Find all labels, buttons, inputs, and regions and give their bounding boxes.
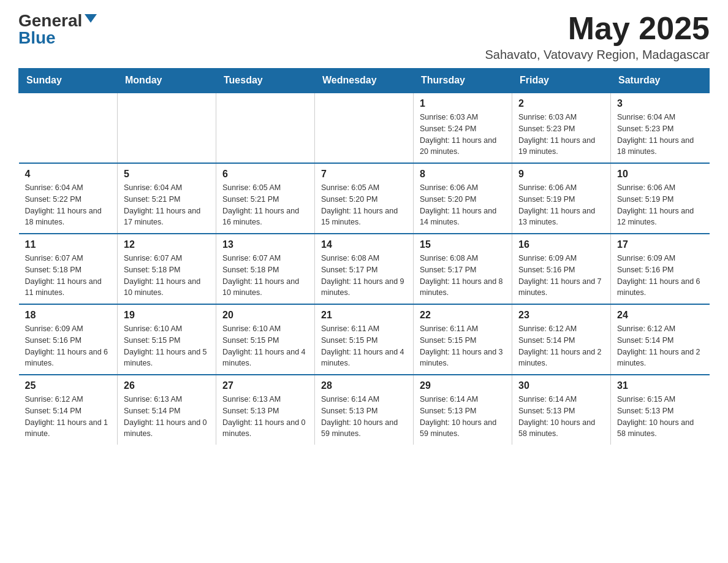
day-info: Sunrise: 6:13 AM Sunset: 5:14 PM Dayligh… bbox=[124, 394, 210, 440]
day-number: 24 bbox=[617, 310, 703, 321]
week-row-5: 25Sunrise: 6:12 AM Sunset: 5:14 PM Dayli… bbox=[19, 375, 710, 445]
calendar-cell: 26Sunrise: 6:13 AM Sunset: 5:14 PM Dayli… bbox=[118, 375, 216, 445]
day-number: 31 bbox=[617, 380, 703, 391]
calendar-cell bbox=[315, 93, 414, 163]
calendar-cell: 24Sunrise: 6:12 AM Sunset: 5:14 PM Dayli… bbox=[611, 304, 710, 375]
day-info: Sunrise: 6:09 AM Sunset: 5:16 PM Dayligh… bbox=[25, 323, 112, 369]
day-info: Sunrise: 6:12 AM Sunset: 5:14 PM Dayligh… bbox=[518, 323, 604, 369]
calendar-cell bbox=[19, 93, 118, 163]
calendar-cell: 2Sunrise: 6:03 AM Sunset: 5:23 PM Daylig… bbox=[512, 93, 611, 163]
calendar-cell: 15Sunrise: 6:08 AM Sunset: 5:17 PM Dayli… bbox=[414, 234, 512, 304]
calendar-cell: 6Sunrise: 6:05 AM Sunset: 5:21 PM Daylig… bbox=[216, 163, 315, 234]
day-number: 2 bbox=[518, 98, 604, 109]
logo-triangle-icon bbox=[85, 14, 97, 23]
calendar-cell: 3Sunrise: 6:04 AM Sunset: 5:23 PM Daylig… bbox=[611, 93, 710, 163]
calendar-cell bbox=[118, 93, 216, 163]
day-info: Sunrise: 6:04 AM Sunset: 5:22 PM Dayligh… bbox=[25, 182, 112, 228]
day-info: Sunrise: 6:06 AM Sunset: 5:19 PM Dayligh… bbox=[617, 182, 703, 228]
day-number: 27 bbox=[222, 380, 308, 391]
calendar-cell: 8Sunrise: 6:06 AM Sunset: 5:20 PM Daylig… bbox=[414, 163, 512, 234]
day-info: Sunrise: 6:03 AM Sunset: 5:23 PM Dayligh… bbox=[518, 112, 604, 158]
calendar-cell: 16Sunrise: 6:09 AM Sunset: 5:16 PM Dayli… bbox=[512, 234, 611, 304]
calendar-cell: 25Sunrise: 6:12 AM Sunset: 5:14 PM Dayli… bbox=[19, 375, 118, 445]
calendar-cell: 17Sunrise: 6:09 AM Sunset: 5:16 PM Dayli… bbox=[611, 234, 710, 304]
day-number: 21 bbox=[321, 310, 407, 321]
calendar-cell: 4Sunrise: 6:04 AM Sunset: 5:22 PM Daylig… bbox=[19, 163, 118, 234]
day-info: Sunrise: 6:14 AM Sunset: 5:13 PM Dayligh… bbox=[420, 394, 506, 440]
day-info: Sunrise: 6:09 AM Sunset: 5:16 PM Dayligh… bbox=[518, 253, 604, 299]
day-number: 20 bbox=[222, 310, 308, 321]
header-saturday: Saturday bbox=[611, 69, 710, 93]
day-info: Sunrise: 6:06 AM Sunset: 5:19 PM Dayligh… bbox=[518, 182, 604, 228]
week-row-2: 4Sunrise: 6:04 AM Sunset: 5:22 PM Daylig… bbox=[19, 163, 710, 234]
calendar-cell: 31Sunrise: 6:15 AM Sunset: 5:13 PM Dayli… bbox=[611, 375, 710, 445]
day-number: 29 bbox=[420, 380, 506, 391]
day-number: 28 bbox=[321, 380, 407, 391]
header-tuesday: Tuesday bbox=[216, 69, 315, 93]
week-row-4: 18Sunrise: 6:09 AM Sunset: 5:16 PM Dayli… bbox=[19, 304, 710, 375]
logo-blue: Blue bbox=[18, 29, 56, 47]
day-number: 30 bbox=[518, 380, 604, 391]
day-number: 9 bbox=[518, 169, 604, 180]
calendar-cell: 12Sunrise: 6:07 AM Sunset: 5:18 PM Dayli… bbox=[118, 234, 216, 304]
calendar-cell: 13Sunrise: 6:07 AM Sunset: 5:18 PM Dayli… bbox=[216, 234, 315, 304]
header-thursday: Thursday bbox=[414, 69, 512, 93]
calendar-cell: 10Sunrise: 6:06 AM Sunset: 5:19 PM Dayli… bbox=[611, 163, 710, 234]
calendar-cell: 22Sunrise: 6:11 AM Sunset: 5:15 PM Dayli… bbox=[414, 304, 512, 375]
day-number: 10 bbox=[617, 169, 703, 180]
day-info: Sunrise: 6:05 AM Sunset: 5:21 PM Dayligh… bbox=[222, 182, 308, 228]
header-wednesday: Wednesday bbox=[315, 69, 414, 93]
calendar-cell: 20Sunrise: 6:10 AM Sunset: 5:15 PM Dayli… bbox=[216, 304, 315, 375]
day-number: 26 bbox=[124, 380, 210, 391]
day-number: 11 bbox=[25, 239, 112, 250]
day-number: 5 bbox=[124, 169, 210, 180]
logo: General Blue bbox=[18, 12, 97, 47]
day-number: 25 bbox=[25, 380, 112, 391]
day-info: Sunrise: 6:10 AM Sunset: 5:15 PM Dayligh… bbox=[124, 323, 210, 369]
calendar-cell: 23Sunrise: 6:12 AM Sunset: 5:14 PM Dayli… bbox=[512, 304, 611, 375]
day-info: Sunrise: 6:12 AM Sunset: 5:14 PM Dayligh… bbox=[25, 394, 112, 440]
week-row-1: 1Sunrise: 6:03 AM Sunset: 5:24 PM Daylig… bbox=[19, 93, 710, 163]
calendar-cell: 9Sunrise: 6:06 AM Sunset: 5:19 PM Daylig… bbox=[512, 163, 611, 234]
day-number: 4 bbox=[25, 169, 112, 180]
day-number: 19 bbox=[124, 310, 210, 321]
day-number: 12 bbox=[124, 239, 210, 250]
day-info: Sunrise: 6:11 AM Sunset: 5:15 PM Dayligh… bbox=[420, 323, 506, 369]
header-friday: Friday bbox=[512, 69, 611, 93]
day-number: 22 bbox=[420, 310, 506, 321]
calendar-cell: 7Sunrise: 6:05 AM Sunset: 5:20 PM Daylig… bbox=[315, 163, 414, 234]
location-title: Sahavato, Vatovavy Region, Madagascar bbox=[485, 48, 710, 62]
week-row-3: 11Sunrise: 6:07 AM Sunset: 5:18 PM Dayli… bbox=[19, 234, 710, 304]
calendar-cell: 29Sunrise: 6:14 AM Sunset: 5:13 PM Dayli… bbox=[414, 375, 512, 445]
calendar-cell: 28Sunrise: 6:14 AM Sunset: 5:13 PM Dayli… bbox=[315, 375, 414, 445]
day-info: Sunrise: 6:04 AM Sunset: 5:21 PM Dayligh… bbox=[124, 182, 210, 228]
day-number: 17 bbox=[617, 239, 703, 250]
month-title: May 2025 bbox=[485, 12, 710, 44]
page-header: General Blue May 2025 Sahavato, Vatovavy… bbox=[18, 12, 710, 62]
logo-general: General bbox=[18, 12, 82, 29]
day-info: Sunrise: 6:03 AM Sunset: 5:24 PM Dayligh… bbox=[420, 112, 506, 158]
calendar-cell: 11Sunrise: 6:07 AM Sunset: 5:18 PM Dayli… bbox=[19, 234, 118, 304]
calendar-cell bbox=[216, 93, 315, 163]
day-info: Sunrise: 6:04 AM Sunset: 5:23 PM Dayligh… bbox=[617, 112, 703, 158]
title-area: May 2025 Sahavato, Vatovavy Region, Mada… bbox=[485, 12, 710, 62]
day-number: 14 bbox=[321, 239, 407, 250]
day-number: 18 bbox=[25, 310, 112, 321]
day-info: Sunrise: 6:09 AM Sunset: 5:16 PM Dayligh… bbox=[617, 253, 703, 299]
day-info: Sunrise: 6:08 AM Sunset: 5:17 PM Dayligh… bbox=[420, 253, 506, 299]
calendar-cell: 14Sunrise: 6:08 AM Sunset: 5:17 PM Dayli… bbox=[315, 234, 414, 304]
day-info: Sunrise: 6:06 AM Sunset: 5:20 PM Dayligh… bbox=[420, 182, 506, 228]
calendar-cell: 30Sunrise: 6:14 AM Sunset: 5:13 PM Dayli… bbox=[512, 375, 611, 445]
day-info: Sunrise: 6:14 AM Sunset: 5:13 PM Dayligh… bbox=[518, 394, 604, 440]
day-info: Sunrise: 6:13 AM Sunset: 5:13 PM Dayligh… bbox=[222, 394, 308, 440]
calendar-cell: 19Sunrise: 6:10 AM Sunset: 5:15 PM Dayli… bbox=[118, 304, 216, 375]
day-number: 23 bbox=[518, 310, 604, 321]
day-number: 15 bbox=[420, 239, 506, 250]
header-sunday: Sunday bbox=[19, 69, 118, 93]
day-number: 16 bbox=[518, 239, 604, 250]
calendar-cell: 5Sunrise: 6:04 AM Sunset: 5:21 PM Daylig… bbox=[118, 163, 216, 234]
calendar-header-row: SundayMondayTuesdayWednesdayThursdayFrid… bbox=[19, 69, 710, 93]
day-number: 8 bbox=[420, 169, 506, 180]
day-number: 7 bbox=[321, 169, 407, 180]
day-info: Sunrise: 6:10 AM Sunset: 5:15 PM Dayligh… bbox=[222, 323, 308, 369]
